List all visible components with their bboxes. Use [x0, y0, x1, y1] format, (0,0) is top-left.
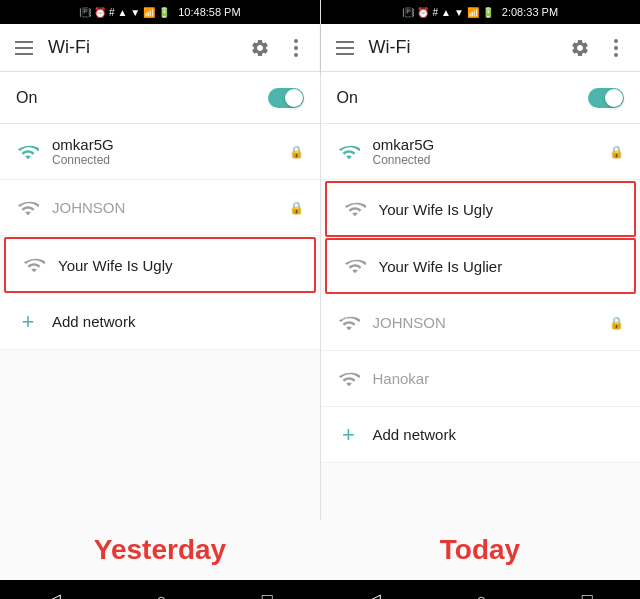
- left-toggle-row: On: [0, 72, 320, 124]
- left-menu-icon[interactable]: [12, 36, 36, 60]
- network-name: JOHNSON: [373, 314, 598, 331]
- svg-point-11: [614, 53, 618, 57]
- svg-point-4: [294, 46, 298, 50]
- network-name-ugly: Your Wife Is Ugly: [379, 201, 619, 218]
- right-menu-icon[interactable]: [333, 36, 357, 60]
- right-panel: 📳 ⏰ # ▲ ▼ 📶 🔋 2:08:33 PM Wi-Fi: [321, 0, 641, 520]
- svg-rect-1: [15, 47, 33, 49]
- left-settings-icon[interactable]: [248, 36, 272, 60]
- left-back-icon[interactable]: ◁: [47, 589, 61, 599]
- svg-rect-8: [336, 53, 354, 55]
- right-home-icon[interactable]: ○: [476, 590, 487, 600]
- wifi-connected-icon: [16, 140, 40, 164]
- hash-icon-r: #: [432, 7, 438, 18]
- add-network-button[interactable]: + Add network: [0, 294, 320, 350]
- add-network-label: Add network: [52, 313, 135, 330]
- right-add-network-label: Add network: [373, 426, 456, 443]
- wifi-icon: [16, 196, 40, 220]
- lock-icon-r3: 🔒: [609, 316, 624, 330]
- svg-point-3: [294, 39, 298, 43]
- wifi-icon-r4: [337, 367, 361, 391]
- network-item[interactable]: Hanokar: [321, 351, 641, 407]
- network-status: Connected: [52, 153, 277, 167]
- network-info: JOHNSON: [52, 199, 277, 216]
- right-toggle-row: On: [321, 72, 641, 124]
- network-name-uglier: Your Wife Is Uglier: [379, 258, 619, 275]
- right-toggle-label: On: [337, 89, 589, 107]
- network-item-uglier-highlighted[interactable]: Your Wife Is Uglier: [325, 238, 637, 294]
- right-nav: ◁ ○ □: [320, 589, 640, 599]
- left-panel: 📳 ⏰ # ▲ ▼ 📶 🔋 10:48:58 PM Wi-Fi: [0, 0, 321, 520]
- left-time: 10:48:58 PM: [178, 6, 240, 18]
- wifi-icon: [22, 253, 46, 277]
- right-add-network-button[interactable]: + Add network: [321, 407, 641, 463]
- left-app-bar: Wi-Fi: [0, 24, 320, 72]
- left-status-bar: 📳 ⏰ # ▲ ▼ 📶 🔋 10:48:58 PM: [0, 0, 320, 24]
- network-info: JOHNSON: [373, 314, 598, 331]
- network-info: Your Wife Is Ugly: [379, 201, 619, 218]
- right-network-list: omkar5G Connected 🔒 Your Wife Is Ugly: [321, 124, 641, 520]
- network-info: omkar5G Connected: [373, 136, 598, 167]
- right-app-bar: Wi-Fi: [321, 24, 641, 72]
- svg-rect-0: [15, 41, 33, 43]
- svg-rect-7: [336, 47, 354, 49]
- watermark: @sincobito: [293, 310, 348, 322]
- network-info: Hanokar: [373, 370, 625, 387]
- yesterday-label: Yesterday: [0, 520, 320, 580]
- svg-rect-2: [15, 53, 33, 55]
- right-wifi-toggle[interactable]: [588, 88, 624, 108]
- svg-point-5: [294, 53, 298, 57]
- network-item-highlighted[interactable]: Your Wife Is Ugly: [4, 237, 316, 293]
- network-item[interactable]: omkar5G Connected 🔒: [321, 124, 641, 180]
- network-item[interactable]: JOHNSON 🔒: [321, 295, 641, 351]
- network-name: Your Wife Is Ugly: [58, 257, 298, 274]
- left-more-icon[interactable]: [284, 36, 308, 60]
- wifi-icon-r2: [343, 254, 367, 278]
- network-info: Your Wife Is Ugly: [58, 257, 298, 274]
- add-icon: +: [16, 310, 40, 334]
- svg-point-10: [614, 46, 618, 50]
- left-toggle-label: On: [16, 89, 268, 107]
- left-title: Wi-Fi: [48, 37, 236, 58]
- right-back-icon[interactable]: ◁: [367, 589, 381, 599]
- network-status: Connected: [373, 153, 598, 167]
- right-status-icons: 📳 ⏰ # ▲ ▼ 📶 🔋: [402, 7, 493, 18]
- svg-rect-6: [336, 41, 354, 43]
- left-wifi-toggle[interactable]: [268, 88, 304, 108]
- svg-point-9: [614, 39, 618, 43]
- lock-icon: 🔒: [289, 201, 304, 215]
- hash-icon: #: [109, 7, 115, 18]
- right-settings-icon[interactable]: [568, 36, 592, 60]
- network-info: omkar5G Connected: [52, 136, 277, 167]
- network-name: omkar5G: [373, 136, 598, 153]
- network-name: JOHNSON: [52, 199, 277, 216]
- add-icon-r: +: [337, 423, 361, 447]
- left-status-icons: 📳 ⏰ # ▲ ▼ 📶 🔋: [79, 7, 170, 18]
- network-name: omkar5G: [52, 136, 277, 153]
- right-status-bar: 📳 ⏰ # ▲ ▼ 📶 🔋 2:08:33 PM: [321, 0, 641, 24]
- wifi-connected-icon-r: [337, 140, 361, 164]
- lock-icon: 🔒: [289, 145, 304, 159]
- today-label: Today: [320, 520, 640, 580]
- nav-bar: ◁ ○ □ ◁ ○ □: [0, 580, 640, 599]
- left-recents-icon[interactable]: □: [262, 590, 273, 600]
- left-nav: ◁ ○ □: [0, 589, 320, 599]
- right-title: Wi-Fi: [369, 37, 557, 58]
- network-item[interactable]: omkar5G Connected 🔒: [0, 124, 320, 180]
- network-item[interactable]: JOHNSON 🔒: [0, 180, 320, 236]
- network-info: Your Wife Is Uglier: [379, 258, 619, 275]
- network-item-ugly-highlighted[interactable]: Your Wife Is Ugly: [325, 181, 637, 237]
- bottom-labels: Yesterday Today: [0, 520, 640, 580]
- left-network-list: omkar5G Connected 🔒 JOHNSON 🔒: [0, 124, 320, 520]
- lock-icon-r: 🔒: [609, 145, 624, 159]
- right-more-icon[interactable]: [604, 36, 628, 60]
- left-home-icon[interactable]: ○: [156, 590, 167, 600]
- right-recents-icon[interactable]: □: [582, 590, 593, 600]
- network-name: Hanokar: [373, 370, 625, 387]
- right-time: 2:08:33 PM: [502, 6, 558, 18]
- wifi-icon-r: [343, 197, 367, 221]
